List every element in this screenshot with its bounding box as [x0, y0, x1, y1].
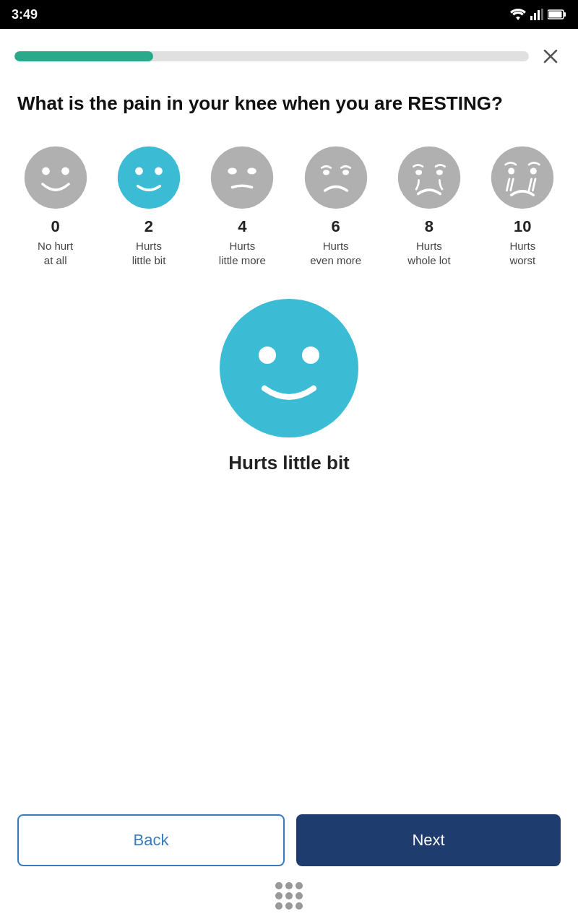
- next-button[interactable]: Next: [296, 814, 561, 866]
- pain-label-2: Hurtslittle bit: [132, 239, 166, 267]
- pain-label-6: Hurtseven more: [310, 239, 361, 267]
- svg-rect-5: [564, 12, 566, 17]
- dots-grid: [275, 882, 303, 910]
- dot-7: [275, 902, 282, 910]
- face-svg-10: [490, 145, 555, 210]
- back-button[interactable]: Back: [17, 814, 285, 866]
- pain-item-0[interactable]: 0 No hurtat all: [16, 145, 95, 267]
- face-svg-8: [397, 145, 462, 210]
- pain-label-10: Hurtsworst: [509, 239, 535, 267]
- wifi-icon: [510, 9, 526, 20]
- pain-item-8[interactable]: 8 Hurtswhole lot: [389, 145, 469, 267]
- svg-rect-1: [534, 13, 536, 20]
- face-svg-6: [303, 145, 368, 210]
- dot-2: [285, 882, 293, 889]
- svg-point-14: [155, 167, 163, 175]
- face-svg-2: [116, 145, 181, 210]
- dot-8: [285, 902, 293, 910]
- svg-point-21: [398, 147, 460, 209]
- svg-point-9: [24, 147, 86, 209]
- face-8: [397, 145, 462, 210]
- pain-item-2[interactable]: 2 Hurtslittle bit: [109, 145, 189, 267]
- pain-label-4: Hurtslittle more: [219, 239, 266, 267]
- close-button[interactable]: [538, 43, 564, 69]
- selected-display: Hurts little bit: [0, 296, 578, 474]
- face-6: [303, 145, 368, 210]
- dot-3: [296, 882, 303, 889]
- pain-item-4[interactable]: 4 Hurtslittle more: [202, 145, 282, 267]
- svg-point-10: [42, 167, 50, 175]
- status-icons: [510, 9, 566, 20]
- dot-1: [275, 882, 282, 889]
- pain-scale: 0 No hurtat all 2 Hurtslittle bit 4 Hurt: [0, 123, 578, 274]
- svg-rect-2: [538, 10, 540, 20]
- progress-area: [0, 29, 578, 77]
- battery-icon: [548, 9, 566, 19]
- svg-point-24: [491, 147, 553, 209]
- svg-point-13: [135, 167, 143, 175]
- svg-point-12: [118, 147, 180, 209]
- face-2: [116, 145, 181, 210]
- dot-5: [285, 892, 293, 899]
- svg-point-16: [228, 168, 238, 175]
- bottom-dots: [0, 882, 578, 910]
- progress-bar-background: [14, 51, 529, 61]
- status-time: 3:49: [12, 7, 38, 22]
- svg-point-11: [61, 167, 69, 175]
- pain-item-6[interactable]: 6 Hurtseven more: [296, 145, 376, 267]
- svg-point-18: [304, 147, 366, 209]
- svg-point-15: [211, 147, 273, 209]
- svg-point-29: [302, 346, 319, 364]
- face-svg-4: [210, 145, 275, 210]
- pain-item-10[interactable]: 10 Hurtsworst: [483, 145, 562, 267]
- svg-rect-3: [541, 9, 543, 20]
- question-section: What is the pain in your knee when you a…: [0, 77, 578, 123]
- status-bar: 3:49: [0, 0, 578, 29]
- svg-point-20: [342, 170, 349, 175]
- bottom-buttons: Back Next: [0, 814, 578, 866]
- pain-label-8: Hurtswhole lot: [407, 239, 450, 267]
- svg-point-28: [259, 346, 276, 364]
- svg-rect-6: [549, 12, 562, 18]
- pain-number-0: 0: [51, 217, 60, 236]
- dot-9: [296, 902, 303, 910]
- pain-number-6: 6: [332, 217, 340, 236]
- face-10: [490, 145, 555, 210]
- svg-point-19: [323, 170, 329, 175]
- pain-label-0: No hurtat all: [38, 239, 73, 267]
- pain-number-10: 10: [514, 217, 531, 236]
- selected-face-svg: [217, 296, 361, 440]
- signal-icon: [530, 9, 543, 20]
- svg-point-27: [220, 299, 358, 437]
- svg-rect-0: [530, 16, 532, 20]
- face-svg-0: [23, 145, 88, 210]
- svg-point-17: [248, 168, 257, 175]
- pain-number-8: 8: [425, 217, 434, 236]
- svg-point-23: [436, 170, 443, 175]
- progress-bar-fill: [14, 51, 153, 61]
- svg-point-25: [508, 168, 514, 175]
- pain-number-4: 4: [238, 217, 246, 236]
- svg-point-22: [415, 170, 422, 175]
- selected-face-large: [217, 296, 361, 440]
- face-4: [210, 145, 275, 210]
- pain-number-2: 2: [144, 217, 153, 236]
- selected-label: Hurts little bit: [228, 452, 350, 474]
- question-text: What is the pain in your knee when you a…: [17, 91, 561, 116]
- dot-6: [296, 892, 303, 899]
- close-icon: [542, 48, 559, 65]
- svg-point-26: [530, 168, 537, 175]
- dot-4: [275, 892, 282, 899]
- face-0: [23, 145, 88, 210]
